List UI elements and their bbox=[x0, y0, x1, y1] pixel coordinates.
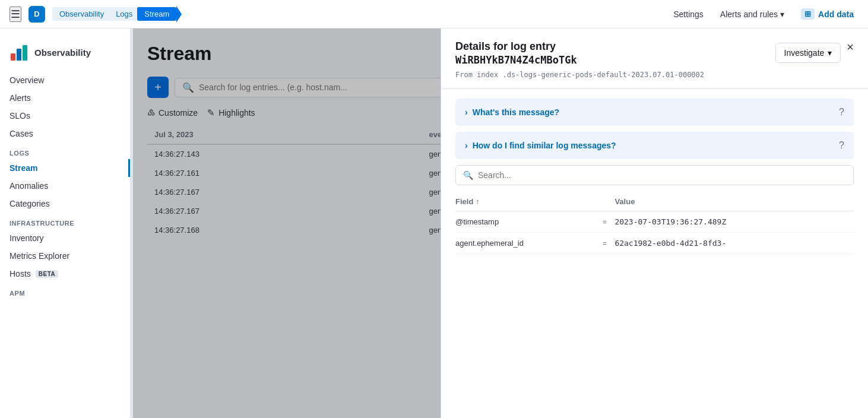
sidebar-item-overview[interactable]: Overview bbox=[0, 71, 130, 89]
svg-rect-2 bbox=[23, 45, 27, 61]
field-search-icon: 🔍 bbox=[463, 170, 473, 180]
accordion-chevron-icon: › bbox=[465, 107, 468, 117]
accordion-header-2[interactable]: › How do I find similar log messages? ? bbox=[455, 132, 854, 159]
breadcrumb: Observability Logs Stream bbox=[52, 7, 176, 21]
svg-rect-1 bbox=[17, 49, 21, 61]
sidebar-group-logs: Logs bbox=[0, 142, 130, 159]
breadcrumb-logs[interactable]: Logs bbox=[109, 7, 140, 21]
detail-entry-id: WiRBHYkB7N4Z4cMBoTGk bbox=[455, 54, 704, 66]
detail-panel: Details for log entry WiRBHYkB7N4Z4cMBoT… bbox=[441, 28, 868, 418]
svg-rect-0 bbox=[11, 53, 15, 61]
sidebar-group-infrastructure: Infrastructure bbox=[0, 213, 130, 229]
sidebar-item-stream[interactable]: Stream bbox=[0, 159, 130, 177]
col-field-header[interactable]: Field ↑ bbox=[455, 192, 595, 211]
detail-title-block: Details for log entry WiRBHYkB7N4Z4cMBoT… bbox=[455, 40, 704, 79]
investigate-button[interactable]: Investigate ▾ bbox=[775, 43, 841, 63]
field-name-ephemeral-id: agent.ephemeral_id bbox=[455, 233, 595, 254]
sidebar-item-categories[interactable]: Categories bbox=[0, 195, 130, 213]
field-filter-timestamp[interactable]: = bbox=[595, 211, 615, 233]
col-value-header: Value bbox=[614, 192, 854, 211]
detail-title: Details for log entry bbox=[455, 40, 556, 52]
sidebar: Observability Overview Alerts SLOs Cases… bbox=[0, 28, 131, 418]
breadcrumb-stream[interactable]: Stream bbox=[137, 7, 176, 21]
detail-body: › What's this message? ? › How do I find… bbox=[441, 89, 868, 418]
sidebar-app-title: Observability bbox=[34, 48, 91, 58]
menu-button[interactable]: ☰ bbox=[9, 7, 21, 22]
sidebar-logo: Observability bbox=[0, 38, 130, 71]
breadcrumb-observability[interactable]: Observability bbox=[52, 7, 111, 21]
accordion-header-1[interactable]: › What's this message? ? bbox=[455, 99, 854, 126]
col-filter-header bbox=[595, 192, 615, 211]
settings-button[interactable]: Settings bbox=[669, 7, 708, 21]
field-filter-ephemeral-id[interactable]: = bbox=[595, 233, 615, 254]
field-search-bar: 🔍 bbox=[455, 165, 854, 185]
accordion-find-similar: › How do I find similar log messages? ? bbox=[455, 132, 854, 159]
help-icon-1: ? bbox=[839, 107, 844, 118]
app-logo: D bbox=[28, 6, 45, 23]
sidebar-item-metrics-explorer[interactable]: Metrics Explorer bbox=[0, 247, 130, 265]
sidebar-item-inventory[interactable]: Inventory bbox=[0, 229, 130, 247]
detail-header: Details for log entry WiRBHYkB7N4Z4cMBoT… bbox=[441, 28, 868, 89]
sidebar-group-apm: APM bbox=[0, 283, 130, 299]
field-name-timestamp: @timestamp bbox=[455, 211, 595, 233]
top-nav: ☰ D Observability Logs Stream Settings A… bbox=[0, 0, 868, 28]
field-value-timestamp: 2023-07-03T19:36:27.489Z bbox=[614, 211, 854, 233]
sidebar-item-slos[interactable]: SLOs bbox=[0, 107, 130, 125]
close-button[interactable]: × bbox=[847, 40, 854, 54]
alerts-rules-button[interactable]: Alerts and rules ▾ bbox=[715, 7, 789, 21]
beta-badge: BETA bbox=[36, 270, 58, 278]
detail-index: From index .ds-logs-generic-pods-default… bbox=[455, 71, 704, 79]
sidebar-item-anomalies[interactable]: Anomalies bbox=[0, 177, 130, 195]
field-value-ephemeral-id: 62ac1982-e0bd-4d21-8fd3- bbox=[614, 233, 854, 254]
accordion-chevron-icon-2: › bbox=[465, 141, 468, 150]
observability-icon bbox=[9, 43, 28, 62]
fields-table: Field ↑ Value @timestamp = bbox=[455, 192, 854, 254]
add-data-button[interactable]: ⊞ Add data bbox=[796, 6, 859, 22]
help-icon-2: ? bbox=[839, 140, 844, 151]
field-search-input[interactable] bbox=[478, 170, 846, 180]
accordion-whats-message: › What's this message? ? bbox=[455, 99, 854, 126]
sidebar-item-cases[interactable]: Cases bbox=[0, 125, 130, 142]
sort-asc-icon: ↑ bbox=[476, 197, 480, 206]
sidebar-item-alerts[interactable]: Alerts bbox=[0, 89, 130, 107]
field-row-ephemeral-id: agent.ephemeral_id = 62ac1982-e0bd-4d21-… bbox=[455, 233, 854, 254]
sidebar-item-hosts[interactable]: Hosts BETA bbox=[0, 265, 130, 283]
chevron-down-icon: ▾ bbox=[828, 48, 832, 58]
field-row-timestamp: @timestamp = 2023-07-03T19:36:27.489Z bbox=[455, 211, 854, 233]
